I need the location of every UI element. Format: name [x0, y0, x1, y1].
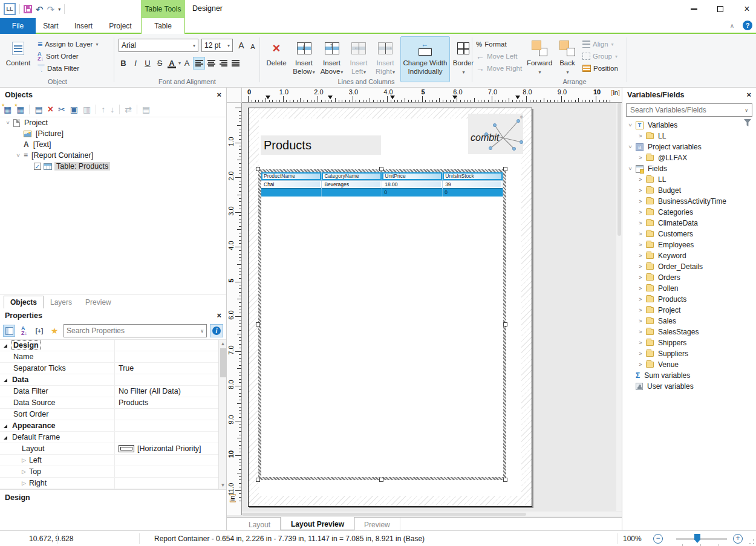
property-row[interactable]: Separator TicksTrue	[0, 363, 226, 374]
align-justify-button[interactable]	[229, 57, 241, 70]
table-cell[interactable]: 0	[443, 188, 503, 197]
copy-icon[interactable]: ▣	[70, 105, 78, 114]
categorized-view-button[interactable]	[3, 325, 15, 337]
variables-tree-item[interactable]: >ClimateData	[622, 218, 756, 229]
variables-tree-item[interactable]: >Sales	[622, 316, 756, 327]
table-cell[interactable]: UnitsInStock	[443, 172, 503, 180]
variables-tree-item[interactable]: >Products	[622, 294, 756, 305]
table-data-row[interactable]: ChaiBeverages18.0039	[261, 180, 503, 188]
variables-tree-item[interactable]: >Customers	[622, 229, 756, 239]
expanded-group-icon[interactable]	[4, 379, 7, 382]
properties-icon[interactable]: ▤	[34, 105, 42, 114]
delete-button[interactable]: × Delete	[263, 36, 290, 82]
move-right-button[interactable]: →Move Right	[476, 62, 522, 74]
zoom-in-button[interactable]: +	[733, 534, 743, 544]
expand-icon[interactable]: >	[637, 264, 644, 270]
bold-button[interactable]: B	[117, 57, 129, 70]
app-logo-icon[interactable]: LL	[4, 3, 16, 15]
table-footer-row[interactable]: 00	[261, 188, 503, 197]
resize-handle-top-left[interactable]	[256, 167, 260, 171]
scroll-down-icon[interactable]: ▼	[219, 481, 227, 489]
expand-icon[interactable]: >	[637, 296, 644, 302]
view-tab-preview[interactable]: Preview	[354, 518, 400, 530]
resize-handle-bottom-left[interactable]	[256, 478, 260, 482]
property-row[interactable]: Default Frame	[0, 432, 226, 443]
expand-icon[interactable]: >	[637, 198, 644, 204]
variables-tree-item[interactable]: >@LLFAX	[622, 152, 756, 163]
expand-icon[interactable]: >	[637, 275, 644, 281]
tab-start[interactable]: Start	[36, 18, 66, 34]
expand-icon[interactable]: >	[637, 253, 644, 259]
underline-button[interactable]: U	[142, 57, 154, 70]
variables-tree-item[interactable]: >Suppliers	[622, 348, 756, 359]
insert-below-button[interactable]: ↓ InsertBelow▾	[290, 36, 318, 82]
variables-tree-item[interactable]: >Pollen	[622, 283, 756, 294]
expanded-group-icon[interactable]	[4, 436, 7, 440]
maximize-button[interactable]	[716, 5, 725, 13]
property-row[interactable]: ▷Left	[0, 455, 226, 466]
redo-icon[interactable]: ↷	[47, 5, 55, 14]
variables-tree-item[interactable]: User variables	[622, 381, 756, 392]
table-cell[interactable]: UnitPrice	[382, 172, 443, 180]
zoom-slider-thumb[interactable]	[694, 534, 700, 543]
tab-project[interactable]: Project	[101, 18, 140, 34]
column-marker-icon[interactable]	[515, 96, 520, 99]
resize-handle-top-right[interactable]	[503, 167, 507, 171]
canvas-horizontal-scrollbar[interactable]	[242, 512, 622, 516]
expand-all-button[interactable]: [+]	[33, 325, 45, 337]
expand-icon[interactable]: >	[637, 220, 644, 226]
alphabetical-view-button[interactable]: AZ↓	[18, 325, 30, 337]
expand-icon[interactable]: >	[637, 155, 644, 161]
variables-tree-item[interactable]: >Venue	[622, 359, 756, 370]
minimize-button[interactable]	[689, 5, 698, 13]
objects-tree-item[interactable]: A[Text]	[0, 139, 226, 150]
variables-tree-item[interactable]: >Order_Details	[622, 261, 756, 272]
font-family-select[interactable]: Arial▾	[119, 39, 198, 52]
panel-tab-objects[interactable]: Objects	[4, 296, 44, 308]
content-button[interactable]: Content	[4, 36, 33, 82]
column-marker-icon[interactable]	[452, 96, 457, 99]
properties-scrollbar[interactable]: ▲ ▼	[218, 340, 226, 489]
expanded-group-icon[interactable]	[4, 424, 7, 428]
collapse-icon[interactable]: >	[15, 152, 21, 158]
expand-icon[interactable]: >	[637, 318, 644, 324]
variables-panel-close-icon[interactable]: ×	[746, 90, 751, 99]
expand-icon[interactable]: >	[637, 133, 644, 139]
data-filter-button[interactable]: Data Filter	[37, 62, 98, 74]
panel-tab-preview[interactable]: Preview	[79, 296, 118, 308]
property-row[interactable]: Data SourceProducts	[0, 397, 226, 409]
property-row[interactable]: ▷Right	[0, 478, 226, 489]
collapse-ribbon-icon[interactable]: ∧	[730, 22, 734, 29]
variables-tree-item[interactable]: >Employees	[622, 239, 756, 250]
expand-icon[interactable]: >	[637, 231, 644, 237]
undo-icon[interactable]: ↶	[36, 5, 44, 14]
variables-tree-item[interactable]: >Orders	[622, 272, 756, 283]
objects-tree-item[interactable]: [Picture]	[0, 128, 226, 139]
collapse-icon[interactable]: >	[5, 120, 11, 126]
variables-tree-item[interactable]: >aProject variables	[622, 141, 756, 152]
sort-order-button[interactable]: AZ↓Sort Order	[37, 50, 98, 62]
grow-font-button[interactable]: A	[235, 39, 247, 51]
char-format-button[interactable]: A	[181, 57, 193, 70]
scroll-up-icon[interactable]: ▲	[219, 340, 227, 348]
expand-icon[interactable]: >	[637, 340, 644, 346]
insert-object-icon[interactable]: ▦★	[4, 105, 11, 114]
forward-button[interactable]: Forward▾	[525, 36, 554, 82]
objects-tree-item[interactable]: ✓Table: Products	[0, 161, 226, 172]
column-marker-icon[interactable]	[266, 96, 270, 99]
italic-button[interactable]: I	[129, 57, 142, 70]
variables-tree-item[interactable]: >Fields	[622, 163, 756, 174]
objects-tree-item[interactable]: >≡[Report Container]	[0, 150, 226, 161]
table-cell[interactable]: Beverages	[322, 180, 382, 188]
property-row[interactable]: Name	[0, 351, 226, 363]
collapse-icon[interactable]: >	[627, 166, 633, 172]
property-row[interactable]: ▷Top	[0, 466, 226, 478]
resize-handle-mid-left[interactable]	[256, 322, 260, 327]
property-row[interactable]: Sort Order	[0, 409, 226, 420]
table-cell[interactable]: ProductName	[261, 172, 322, 180]
expand-property-icon[interactable]: ▷	[22, 480, 26, 486]
variables-tree-item[interactable]: >Categories	[622, 207, 756, 218]
cut-icon[interactable]: ✂	[58, 105, 65, 114]
collapse-icon[interactable]: >	[627, 144, 633, 150]
objects-tree-item[interactable]: >Project	[0, 117, 226, 128]
